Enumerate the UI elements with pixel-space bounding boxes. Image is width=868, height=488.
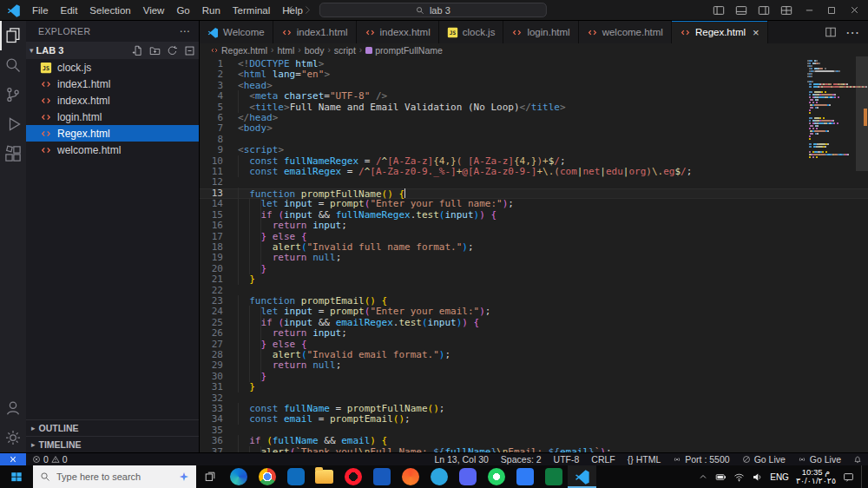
keyboard-language[interactable]: ENG: [770, 472, 789, 482]
collapse-all-icon[interactable]: [184, 45, 195, 56]
refresh-icon[interactable]: [167, 45, 178, 56]
code-line-12[interactable]: 12: [200, 177, 868, 188]
breadcrumb-item[interactable]: script: [334, 45, 356, 56]
code-line-34[interactable]: 34 const email = promptEmail();: [200, 414, 868, 425]
clock[interactable]: 10:35 م ٣٠/٠١/٢٠٢٥: [796, 468, 836, 486]
outline-section[interactable]: ▸ OUTLINE: [26, 419, 199, 436]
minimap[interactable]: [807, 60, 856, 159]
taskbar-app-telegram[interactable]: [424, 465, 453, 488]
menu-run[interactable]: Run: [196, 0, 227, 20]
code-line-7[interactable]: 7<body>: [200, 123, 868, 134]
status-language-mode[interactable]: {} HTML: [621, 453, 667, 465]
code-line-30[interactable]: 30 }: [200, 372, 868, 382]
back-button[interactable]: [285, 4, 296, 16]
taskbar-app-store[interactable]: [281, 465, 310, 488]
code-line-2[interactable]: 2<html lang="en">: [200, 69, 868, 80]
status-go-live-2[interactable]: Go Live: [792, 453, 847, 465]
run-debug-view-icon[interactable]: [0, 109, 26, 139]
task-view-button[interactable]: [196, 465, 224, 488]
new-file-icon[interactable]: [132, 45, 143, 56]
status-indentation[interactable]: Spaces: 2: [495, 453, 548, 465]
minimize-button[interactable]: [799, 1, 819, 20]
taskbar-app-chrome[interactable]: [253, 465, 281, 488]
status-encoding[interactable]: UTF-8: [548, 453, 586, 465]
taskbar-app-edge[interactable]: [224, 465, 253, 488]
forward-button[interactable]: [302, 4, 313, 16]
menu-view[interactable]: View: [137, 0, 171, 20]
speaker-icon[interactable]: [752, 472, 763, 483]
taskbar-app-word[interactable]: [367, 465, 396, 488]
toggle-sidebar-button[interactable]: [708, 1, 729, 20]
file-welcome.html[interactable]: welcome.html: [26, 142, 199, 158]
tab-close-icon[interactable]: ×: [753, 27, 760, 38]
breadcrumb-item[interactable]: Regex.html: [210, 45, 267, 56]
breadcrumb-item[interactable]: body: [305, 45, 325, 56]
file-login.html[interactable]: login.html: [26, 109, 199, 125]
taskbar-search-input[interactable]: Type here to search: [33, 465, 196, 488]
menu-file[interactable]: File: [26, 0, 55, 20]
menu-terminal[interactable]: Terminal: [227, 0, 276, 20]
source-control-view-icon[interactable]: [0, 80, 26, 109]
status-cursor-position[interactable]: Ln 13, Col 30: [428, 453, 494, 465]
menu-edit[interactable]: Edit: [55, 0, 84, 20]
search-view-icon[interactable]: [0, 50, 26, 80]
file-indexx.html[interactable]: indexx.html: [26, 92, 199, 109]
explorer-more-actions-icon[interactable]: ⋯: [180, 25, 190, 37]
chevron-up-icon[interactable]: [698, 472, 708, 482]
tab-clock-js[interactable]: clock.js: [439, 21, 504, 43]
account-icon[interactable]: [0, 393, 26, 423]
start-button[interactable]: [0, 465, 33, 488]
tab-welcome-html[interactable]: welcome.html: [579, 21, 672, 43]
battery-icon[interactable]: [715, 472, 727, 483]
status-eol[interactable]: CRLF: [585, 453, 621, 465]
extensions-view-icon[interactable]: [0, 139, 26, 168]
tab-welcome[interactable]: Welcome: [200, 21, 273, 43]
tab-indexx-html[interactable]: indexx.html: [357, 21, 439, 43]
breadcrumb-item[interactable]: promptFullName: [365, 45, 443, 56]
file-Regex.html[interactable]: Regex.html: [26, 125, 199, 142]
menu-go[interactable]: Go: [170, 0, 195, 20]
taskbar-app-vscode[interactable]: [568, 465, 596, 488]
tab-regex-html[interactable]: Regex.html×: [672, 21, 768, 43]
taskbar-app-brave[interactable]: [396, 465, 424, 488]
code-line-19[interactable]: 19 return null;: [200, 253, 868, 263]
show-desktop-button[interactable]: [861, 465, 865, 488]
code-line-5[interactable]: 5 <title>Full Name and Email Validation …: [200, 102, 868, 113]
remote-indicator[interactable]: [0, 453, 26, 465]
status-go-live[interactable]: Go Live: [736, 453, 792, 465]
toggle-secondary-sidebar-button[interactable]: [753, 1, 774, 20]
taskbar-app-file-explorer[interactable]: [310, 465, 339, 488]
tab-index1-html[interactable]: index1.html: [273, 21, 357, 43]
action-center-icon[interactable]: [843, 472, 854, 483]
status-live-server-port[interactable]: Port : 5500: [667, 453, 735, 465]
code-line-6[interactable]: 6</head>: [200, 113, 868, 123]
menu-selection[interactable]: Selection: [83, 0, 136, 20]
split-editor-icon[interactable]: [825, 26, 837, 38]
search-input[interactable]: lab 3: [319, 3, 547, 17]
editor-more-actions-icon[interactable]: ⋯: [845, 24, 859, 41]
code-line-8[interactable]: 8: [200, 135, 868, 145]
taskbar-app-discord[interactable]: [453, 465, 482, 488]
taskbar-app-whatsapp[interactable]: [482, 465, 510, 488]
folder-lab3[interactable]: ▾ LAB 3: [26, 42, 199, 59]
taskbar-app-excel[interactable]: [539, 465, 568, 488]
tab-login-html[interactable]: login.html: [503, 21, 578, 43]
status-notifications[interactable]: [847, 453, 868, 465]
code-line-37[interactable]: 37 alert(`Thank you!\nFull Name: ${fullN…: [200, 447, 868, 452]
code-editor[interactable]: 1<!DOCTYPE html>2<html lang="en">3<head>…: [200, 56, 868, 452]
settings-gear-icon[interactable]: [0, 423, 26, 452]
close-window-button[interactable]: [844, 1, 865, 20]
toggle-panel-button[interactable]: [731, 1, 752, 20]
breadcrumb-item[interactable]: html: [277, 45, 294, 56]
wifi-icon[interactable]: [733, 472, 745, 483]
code-line-20[interactable]: 20 }: [200, 264, 868, 274]
code-line-31[interactable]: 31 }: [200, 382, 868, 392]
explorer-view-icon[interactable]: [0, 21, 26, 50]
code-line-29[interactable]: 29 return null;: [200, 360, 868, 371]
maximize-button[interactable]: [821, 1, 842, 20]
file-index1.html[interactable]: index1.html: [26, 76, 199, 92]
timeline-section[interactable]: ▸ TIMELINE: [26, 436, 199, 452]
code-line-11[interactable]: 11 const emailRegex = /^[A-Za-z0-9._%-]+…: [200, 167, 868, 177]
taskbar-app-photos[interactable]: [510, 465, 539, 488]
problems-status[interactable]: 0 0: [26, 453, 74, 465]
